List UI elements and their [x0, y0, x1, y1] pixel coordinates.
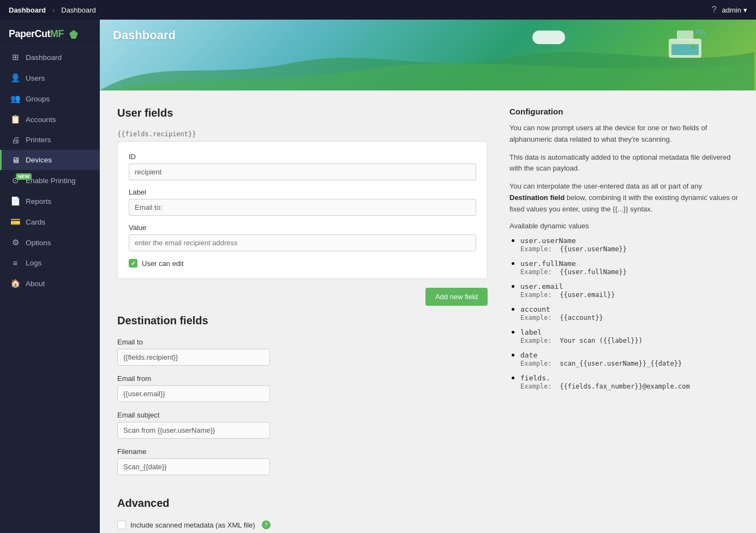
dv-example: Example: {{user.userName}}: [520, 245, 739, 253]
nav-label-about: About: [26, 280, 45, 288]
id-label: ID: [129, 153, 476, 161]
label-input[interactable]: [129, 199, 476, 216]
add-new-field-button[interactable]: Add new field: [425, 288, 488, 306]
destination-fields-title: Destination fields: [117, 314, 488, 327]
dynamic-value-item: date Example: scan_{{user.userName}}_{{d…: [520, 350, 739, 367]
sidebar-item-reports[interactable]: 📄 Reports: [0, 191, 100, 211]
config-title: Configuration: [509, 107, 739, 116]
value-input[interactable]: [129, 234, 476, 251]
sidebar-item-groups[interactable]: 👥 Groups: [0, 88, 100, 109]
config-para2: This data is automatically added to the …: [509, 152, 739, 175]
svg-marker-0: [69, 30, 78, 39]
email-subject-input[interactable]: [117, 422, 270, 439]
config-panel: Configuration You can now prompt users a…: [509, 107, 739, 533]
nav-icon-cards: 💳: [10, 217, 20, 227]
dv-example: Example: {{user.fullName}}: [520, 268, 739, 276]
sidebar: PaperCutMF ⊞ Dashboard 👤 Users 👥 Groups …: [0, 20, 100, 533]
filename-label: Filename: [117, 447, 488, 456]
dynamic-value-item: fields. Example: {{fields.fax_number}}@e…: [520, 373, 739, 390]
help-icon[interactable]: ?: [712, 5, 717, 15]
nav-icon-accounts: 📋: [10, 114, 20, 124]
nav-label-enable-printing: Enable Printing: [26, 177, 76, 185]
email-to-label: Email to: [117, 338, 488, 346]
sidebar-item-options[interactable]: ⚙ Options: [0, 232, 100, 253]
nav-icon-options: ⚙: [10, 238, 20, 247]
dv-example: Example: scan_{{user.userName}}_{{date}}: [520, 360, 739, 367]
nav-label-users: Users: [26, 74, 45, 82]
email-from-input[interactable]: [117, 385, 270, 402]
xml-metadata-checkbox[interactable]: [117, 520, 126, 529]
page-content: User fields {{fields.recipient}} ID Labe…: [100, 90, 756, 533]
nav-icon-groups: 👥: [10, 94, 20, 104]
user-can-edit-label: User can edit: [142, 259, 184, 268]
dv-example: Example: {{user.email}}: [520, 291, 739, 299]
sidebar-item-accounts[interactable]: 📋 Accounts: [0, 109, 100, 130]
email-subject-label: Email subject: [117, 411, 488, 419]
content-area: Dashboard: [100, 20, 756, 533]
id-input[interactable]: [129, 163, 476, 180]
dynamic-value-item: user.userName Example: {{user.userName}}: [520, 235, 739, 253]
label-field-row: Label: [129, 188, 476, 216]
topbar-right: ? admin ▾: [712, 5, 747, 15]
nav-label-devices: Devices: [26, 156, 52, 164]
papercut-icon: [68, 29, 79, 40]
advanced-section: Advanced Include scanned metadata (as XM…: [117, 497, 488, 533]
nav-label-cards: Cards: [26, 218, 45, 226]
nav-icon-dashboard: ⊞: [10, 52, 20, 62]
field-ref-label: {{fields.recipient}}: [117, 130, 488, 138]
config-para1: You can now prompt users at the device f…: [509, 123, 739, 146]
user-can-edit-row: User can edit: [129, 259, 476, 268]
nav-icon-users: 👤: [10, 73, 20, 83]
dynamic-values-title: Available dynamic values: [509, 222, 739, 230]
hero-banner: Dashboard: [100, 20, 756, 90]
dv-name: fields.: [520, 374, 739, 382]
dv-name: account: [520, 305, 739, 313]
breadcrumb: Dashboard › Dashboard: [9, 6, 96, 14]
dv-example: Example: Your scan ({{label}}): [520, 337, 739, 344]
nav-icon-logs: ≡: [10, 258, 20, 268]
hero-hills-decoration: [100, 47, 754, 90]
nav-label-logs: Logs: [26, 259, 41, 267]
sidebar-item-users[interactable]: 👤 Users: [0, 68, 100, 88]
sidebar-item-devices[interactable]: 🖥 Devices: [0, 150, 100, 170]
breadcrumb-root[interactable]: Dashboard: [9, 6, 46, 14]
nav-icon-devices: 🖥: [10, 155, 20, 165]
svg-rect-3: [677, 31, 693, 40]
admin-menu[interactable]: admin ▾: [722, 6, 747, 14]
page-title: Dashboard: [113, 28, 176, 43]
label-label: Label: [129, 188, 476, 196]
user-fields-card: ID Label Value: [117, 141, 488, 279]
sidebar-item-logs[interactable]: ≡ Logs: [0, 253, 100, 273]
config-para3: You can interpolate the user-entered dat…: [509, 181, 739, 215]
xml-check-label: Include scanned metadata (as XML file): [130, 521, 255, 529]
value-label: Value: [129, 223, 476, 232]
destination-fields-section: Destination fields Email to Email from E…: [117, 314, 488, 475]
nav-label-accounts: Accounts: [26, 116, 56, 124]
sidebar-item-about[interactable]: 🏠 About: [0, 273, 100, 294]
sidebar-item-printers[interactable]: 🖨 Printers: [0, 130, 100, 150]
cloud-decoration: [532, 31, 565, 44]
sidebar-item-dashboard[interactable]: ⊞ Dashboard: [0, 47, 100, 68]
xml-check-row: Include scanned metadata (as XML file) ?: [117, 520, 488, 529]
email-from-group: Email from: [117, 374, 488, 402]
sidebar-item-enable-printing[interactable]: ⊙ NEW Enable Printing: [0, 170, 100, 191]
filename-input[interactable]: [117, 458, 270, 475]
email-from-label: Email from: [117, 374, 488, 383]
user-can-edit-checkbox[interactable]: [129, 259, 137, 268]
app-body: PaperCutMF ⊞ Dashboard 👤 Users 👥 Groups …: [0, 20, 756, 533]
dynamic-value-item: user.fullName Example: {{user.fullName}}: [520, 258, 739, 276]
dynamic-value-item: user.email Example: {{user.email}}: [520, 281, 739, 299]
dv-name: label: [520, 328, 739, 336]
nav-items: ⊞ Dashboard 👤 Users 👥 Groups 📋 Accounts …: [0, 47, 100, 294]
email-to-input[interactable]: [117, 349, 270, 366]
left-column: User fields {{fields.recipient}} ID Labe…: [117, 107, 488, 533]
sidebar-item-cards[interactable]: 💳 Cards: [0, 211, 100, 232]
filename-group: Filename: [117, 447, 488, 475]
value-field-row: Value: [129, 223, 476, 251]
nav-icon-printers: 🖨: [10, 135, 20, 144]
xml-help-icon[interactable]: ?: [262, 520, 271, 529]
nav-icon-reports: 📄: [10, 196, 20, 206]
dv-example: Example: {{account}}: [520, 314, 739, 322]
nav-label-options: Options: [26, 239, 51, 247]
id-field-row: ID: [129, 153, 476, 180]
